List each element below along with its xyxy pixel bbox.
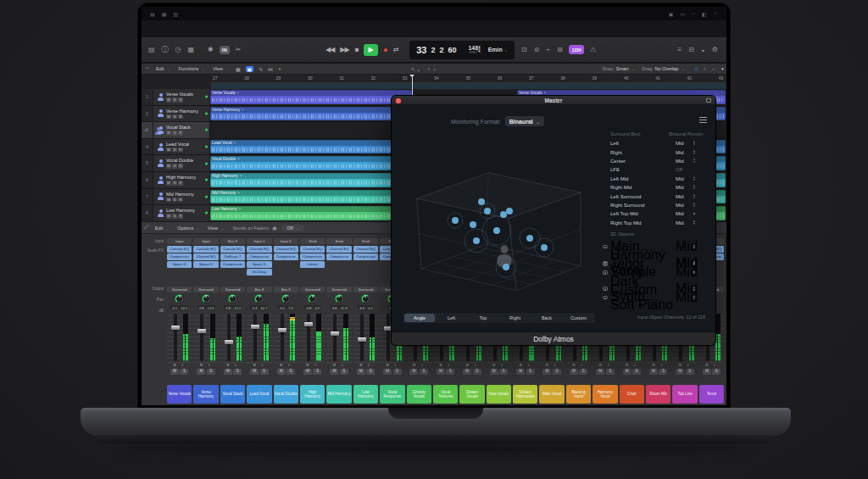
plugin-slot[interactable]: Channel EQ: [326, 246, 351, 253]
crossfade-icon[interactable]: ⋈: [268, 66, 273, 72]
channel-fader[interactable]: [247, 312, 271, 363]
render-mode-value[interactable]: Mid: [676, 203, 691, 208]
mute-button[interactable]: M: [250, 369, 259, 375]
stepper-icon[interactable]: ▴▾: [691, 244, 698, 249]
s-button[interactable]: S: [172, 148, 177, 153]
m-button[interactable]: M: [166, 181, 171, 186]
channel-name[interactable]: Vocal Double: [274, 385, 298, 404]
close-button[interactable]: [396, 98, 401, 103]
solo-button[interactable]: S: [526, 369, 535, 375]
snap-select[interactable]: Smart ⌄: [616, 66, 635, 71]
master-plugin-window[interactable]: Master Monitoring Format: Binaural ⌄: [392, 96, 715, 345]
plugin-slot[interactable]: St-Delay: [247, 269, 271, 276]
render-mode-value[interactable]: Mid: [676, 185, 691, 190]
plugin-slot[interactable]: Channel EQ: [247, 246, 271, 253]
mute-button[interactable]: M: [570, 369, 578, 375]
tuner-icon[interactable]: ⌁: [546, 46, 550, 53]
mute-button[interactable]: M: [516, 369, 525, 375]
solo-button[interactable]: S: [686, 369, 694, 375]
channel-fader[interactable]: [220, 312, 245, 363]
r-button[interactable]: R: [178, 114, 183, 120]
mute-button[interactable]: M: [463, 369, 471, 375]
m-button[interactable]: M: [166, 131, 171, 136]
bar-ruler[interactable]: 2728293031323334353637383940414243: [211, 75, 726, 83]
browser-icon[interactable]: ⊟: [688, 46, 694, 53]
fader-cap[interactable]: [171, 326, 180, 330]
track-header-verse-harmony[interactable]: Verse HarmonyMSR: [153, 106, 210, 122]
sends-on-faders-select[interactable]: Off ⌄: [281, 225, 304, 231]
m-button[interactable]: M: [166, 97, 171, 103]
input-slot[interactable]: Bus 9: [220, 238, 245, 244]
s-button[interactable]: S: [172, 97, 177, 103]
s-button[interactable]: S: [172, 214, 177, 219]
power-icon[interactable]: ◉: [272, 225, 276, 231]
mixer-menu-options[interactable]: Options ⌄: [177, 226, 199, 231]
disclosure-icon[interactable]: ∨: [144, 128, 147, 132]
solo-button[interactable]: S: [499, 369, 508, 375]
record-button[interactable]: ●: [383, 46, 387, 54]
mute-button[interactable]: M: [703, 369, 711, 375]
stepper-icon[interactable]: ▴▾: [691, 295, 698, 300]
expand-icon[interactable]: ⤢: [144, 225, 148, 231]
pan-knob[interactable]: [335, 294, 344, 304]
arrange-menu-view[interactable]: View ⌄: [213, 66, 229, 71]
solo-button[interactable]: S: [659, 369, 667, 375]
plugin-slot[interactable]: DeEsser 2: [220, 253, 245, 260]
menubar-icon[interactable]: ▦: [162, 11, 167, 17]
secondary-tool-selector[interactable]: ＋ ⌄: [426, 65, 437, 73]
clock-icon[interactable]: ◔: [713, 11, 716, 17]
s-button[interactable]: S: [172, 181, 177, 186]
channel-name[interactable]: Vocal Stack: [220, 385, 245, 404]
fader-cap[interactable]: [331, 331, 339, 336]
audio-object-dot[interactable]: [470, 221, 476, 228]
arrange-menu-edit[interactable]: Edit ⌄: [156, 66, 170, 71]
audio-object-dot[interactable]: [484, 208, 491, 214]
fader-cap[interactable]: [278, 328, 287, 332]
solo-button[interactable]: S: [446, 369, 454, 375]
plugin-slot[interactable]: Channel EQ: [274, 246, 298, 253]
m-button[interactable]: M: [166, 114, 171, 120]
s-button[interactable]: S: [172, 114, 177, 120]
pan-knob[interactable]: [175, 294, 184, 304]
channel-name[interactable]: New Vocals: [487, 385, 511, 404]
render-mode-value[interactable]: Mid: [676, 290, 691, 305]
arrange-menu-functions[interactable]: Functions ⌄: [178, 66, 204, 71]
channel-fader[interactable]: [353, 312, 378, 363]
solo-button[interactable]: S: [712, 369, 721, 375]
m-button[interactable]: M: [166, 198, 171, 203]
channel-name[interactable]: Room Mic: [646, 385, 670, 404]
render-mode-value[interactable]: Mid: [676, 220, 691, 226]
solo-button[interactable]: S: [260, 369, 269, 375]
autopunch-icon[interactable]: ⊞: [557, 46, 563, 53]
audio-object-dot[interactable]: [526, 235, 533, 242]
channel-name[interactable]: Backing Vocal: [566, 385, 591, 404]
replace-icon[interactable]: ⊘: [534, 46, 540, 53]
mixer-menu-edit[interactable]: Edit ⌄: [155, 226, 169, 231]
collapse-icon[interactable]: ⌃: [145, 66, 149, 72]
solo-button[interactable]: S: [233, 369, 242, 375]
plugin-slot[interactable]: Console EQ: [167, 246, 192, 253]
render-mode-value[interactable]: Mid: [676, 176, 691, 181]
horizontal-zoom-slider[interactable]: ↔: [710, 66, 715, 71]
m-button[interactable]: M: [166, 148, 171, 153]
mute-button[interactable]: M: [330, 369, 338, 375]
marker-lane[interactable]: Chorus 1: [211, 83, 726, 89]
plugin-slot[interactable]: Space D: [193, 261, 218, 268]
plugin-slot[interactable]: Compressor: [167, 253, 192, 260]
lcd-time-signature[interactable]: 4 4: [478, 47, 481, 53]
mute-button[interactable]: M: [542, 369, 551, 375]
control-center-icon[interactable]: ◧: [702, 11, 707, 17]
r-button[interactable]: R: [178, 148, 183, 153]
channel-fader[interactable]: [326, 312, 351, 363]
channel-name[interactable]: Vocal Textures: [433, 385, 458, 404]
stepper-icon[interactable]: ▴▾: [691, 203, 698, 208]
channel-name[interactable]: Mid Harmony: [326, 385, 351, 404]
mixer-icon[interactable]: ✂: [236, 46, 242, 53]
output-slot[interactable]: Bus 9: [274, 287, 298, 292]
input-monitoring-button[interactable]: IN: [220, 46, 230, 54]
count-in-button[interactable]: 1234: [569, 45, 584, 54]
track-header-low-harmony[interactable]: Low HarmonyMSR: [153, 205, 210, 221]
view-button-angle[interactable]: Angle: [404, 314, 435, 322]
channel-name[interactable]: Choir: [620, 385, 644, 404]
output-slot[interactable]: Surround: [193, 287, 218, 292]
